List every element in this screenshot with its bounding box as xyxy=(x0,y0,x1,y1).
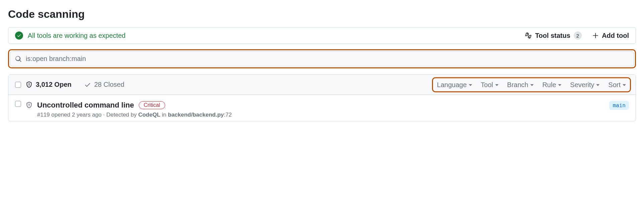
chevron-down-icon xyxy=(530,84,534,86)
open-alerts-tab[interactable]: 3,012 Open xyxy=(26,81,72,88)
tool-status-label: Tool status xyxy=(535,32,570,40)
alert-checkbox[interactable] xyxy=(15,101,21,107)
add-tool-button[interactable]: Add tool xyxy=(593,32,629,40)
filter-label: Branch xyxy=(507,81,528,88)
plus-icon xyxy=(593,32,599,39)
filter-sort[interactable]: Sort xyxy=(608,81,626,88)
filter-label: Sort xyxy=(608,81,621,88)
filter-language[interactable]: Language xyxy=(437,81,472,88)
status-message: All tools are working as expected xyxy=(28,32,125,40)
chevron-down-icon xyxy=(558,84,561,86)
page-title: Code scanning xyxy=(8,8,636,20)
shield-alert-icon xyxy=(26,81,32,88)
check-circle-icon xyxy=(15,31,23,40)
alert-row: Uncontrolled command line Critical #119 … xyxy=(8,95,636,121)
select-all-checkbox[interactable] xyxy=(15,82,21,88)
closed-count-label: 28 Closed xyxy=(94,81,124,88)
tool-status-button[interactable]: Tool status 2 xyxy=(525,31,582,40)
filter-label: Language xyxy=(437,81,467,88)
chevron-down-icon xyxy=(495,84,499,86)
add-tool-label: Add tool xyxy=(602,32,629,40)
severity-badge: Critical xyxy=(139,101,165,109)
closed-alerts-tab[interactable]: 28 Closed xyxy=(84,81,124,88)
filters-highlight-box: Language Tool Branch Rule Severity Sort xyxy=(432,77,631,92)
filter-label: Tool xyxy=(481,81,493,88)
list-header: 3,012 Open 28 Closed Language Tool Branc… xyxy=(8,75,636,95)
alert-title-link[interactable]: Uncontrolled command line xyxy=(37,101,134,110)
filter-label: Severity xyxy=(570,81,594,88)
filter-tool[interactable]: Tool xyxy=(481,81,499,88)
filter-rule[interactable]: Rule xyxy=(542,81,561,88)
filter-severity[interactable]: Severity xyxy=(570,81,600,88)
search-icon xyxy=(15,56,22,62)
chevron-down-icon xyxy=(469,84,472,86)
check-icon xyxy=(84,81,91,88)
search-input[interactable] xyxy=(26,55,629,63)
alert-meta: #119 opened 2 years ago · Detected by Co… xyxy=(37,112,605,118)
branch-badge: main xyxy=(609,101,629,110)
shield-alert-icon xyxy=(26,102,32,109)
tool-status-count: 2 xyxy=(574,31,582,40)
search-bar[interactable] xyxy=(10,51,634,66)
chevron-down-icon xyxy=(596,84,600,86)
open-count-label: 3,012 Open xyxy=(36,81,72,88)
alerts-list: 3,012 Open 28 Closed Language Tool Branc… xyxy=(8,74,636,121)
tool-status-bar: All tools are working as expected Tool s… xyxy=(8,27,636,44)
filter-label: Rule xyxy=(542,81,556,88)
chevron-down-icon xyxy=(623,84,626,86)
filter-branch[interactable]: Branch xyxy=(507,81,534,88)
search-highlight-box xyxy=(8,49,636,68)
tools-icon xyxy=(525,32,532,39)
